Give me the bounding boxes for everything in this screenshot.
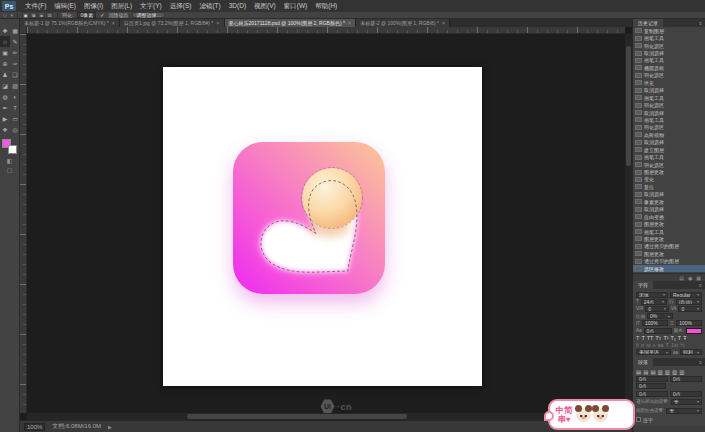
type-style-toggle[interactable]: TT <box>647 335 654 341</box>
font-family-select[interactable]: 宋体▾ <box>636 292 668 298</box>
document-tab[interactable]: 日历页1.jpg @ 73.2%(图层 1, RGB/8#) * × <box>120 19 225 27</box>
history-entry[interactable]: 变化 <box>633 176 705 183</box>
space-before-field[interactable]: 0点 <box>636 391 668 397</box>
vertical-scale-field[interactable]: 100% <box>642 320 668 326</box>
history-entry[interactable]: 画笔工具 <box>633 34 705 41</box>
canvas-workspace[interactable]: UI ·cn <box>20 27 632 420</box>
zoom-level-field[interactable]: 100% <box>24 423 45 431</box>
indent-right-field[interactable]: 0点 <box>670 376 702 382</box>
menu-item[interactable]: 选择(S) <box>166 0 196 12</box>
tool-gradient[interactable]: ▨ <box>10 80 20 91</box>
alignment-button[interactable]: ▤ <box>650 369 655 375</box>
history-action-icon-delete-state[interactable]: ▦ <box>696 275 701 281</box>
panel-menu-icon[interactable]: ≡ <box>699 19 705 27</box>
history-entry[interactable]: 取消选择 <box>633 109 705 116</box>
status-options-arrow[interactable]: ▶ <box>108 424 112 430</box>
opentype-toggle[interactable]: st <box>646 342 650 348</box>
tool-history-brush[interactable]: ❏ <box>10 69 20 80</box>
history-entry[interactable]: 画笔工具 <box>633 57 705 64</box>
menu-item[interactable]: 视图(V) <box>250 0 280 12</box>
text-color-swatch[interactable] <box>686 328 702 334</box>
selection-mode-icon[interactable]: ⧈ <box>38 12 45 18</box>
history-entry[interactable]: 羽化选区 <box>633 101 705 108</box>
history-entry[interactable]: 图层更改 <box>633 168 705 175</box>
indent-left-field[interactable]: 0点 <box>636 376 668 382</box>
selection-mode-icon[interactable]: ▣ <box>22 12 29 18</box>
close-icon[interactable]: × <box>216 20 219 26</box>
history-entry[interactable]: 复制图层 <box>633 27 705 34</box>
alignment-button[interactable]: ▥ <box>679 369 684 375</box>
history-entry[interactable]: 图层更改 <box>633 220 705 227</box>
opentype-toggle[interactable]: ᴀ <box>653 342 656 348</box>
history-entry[interactable]: 图层更改 <box>633 250 705 257</box>
history-entry[interactable]: 羽化选区 <box>633 124 705 131</box>
history-entry[interactable]: 椭圆选框 <box>633 64 705 71</box>
close-icon[interactable]: × <box>442 20 445 26</box>
history-entry[interactable]: 画笔工具 <box>633 153 705 160</box>
indent-first-line-field[interactable]: 0点 <box>636 383 666 389</box>
kinsoku-select[interactable]: 无▾ <box>671 399 702 405</box>
opentype-toggle[interactable]: aa <box>657 342 663 348</box>
menu-item[interactable]: 文字(Y) <box>136 0 166 12</box>
document-tab[interactable]: 未标题-1 @ 75.1%(RGB颜色/CMYK) * × <box>20 19 120 27</box>
history-entry[interactable]: 填充 <box>633 79 705 86</box>
selection-mode-icon[interactable]: ⧉ <box>30 12 37 18</box>
language-select[interactable]: 美国英语▾ <box>636 349 671 355</box>
type-style-toggle[interactable]: T <box>636 335 639 341</box>
menu-item[interactable]: 图层(L) <box>107 0 136 12</box>
anti-alias-select[interactable]: 锐利▾ <box>680 349 702 355</box>
lasso-tool-icon[interactable]: ◌ <box>3 12 7 18</box>
menu-item[interactable]: 滤镜(T) <box>195 0 224 12</box>
vertical-scrollbar[interactable] <box>625 34 632 413</box>
menu-item[interactable]: 窗口(W) <box>280 0 311 12</box>
proportional-spacing-select[interactable]: 0%▾ <box>647 313 673 319</box>
type-style-toggle[interactable]: Tᴛ <box>655 335 661 341</box>
tracking-select[interactable]: 0▾ <box>678 306 702 312</box>
history-entry[interactable]: 取消选择 <box>633 49 705 56</box>
history-entry[interactable]: 羽化选区 <box>633 42 705 49</box>
tool-zoom[interactable]: ◎ <box>10 124 20 135</box>
tool-blur[interactable]: ◍ <box>0 91 10 102</box>
tool-preset-arrow[interactable]: ▾ <box>11 12 14 18</box>
refine-edge-button[interactable]: 调整边缘… <box>132 12 165 18</box>
menu-item[interactable]: 编辑(E) <box>50 0 80 12</box>
alignment-button[interactable]: ▤ <box>643 369 648 375</box>
history-entry[interactable]: 高斯模糊 <box>633 131 705 138</box>
panel-menu-icon[interactable]: ≡ <box>699 281 705 289</box>
history-entry[interactable]: 图层更改 <box>633 235 705 242</box>
close-icon[interactable]: × <box>112 20 115 26</box>
tool-clone-stamp[interactable]: ♟ <box>0 69 10 80</box>
history-entry[interactable]: 通过拷贝的图层 <box>633 258 705 265</box>
tool-move[interactable]: ✚ <box>0 25 10 36</box>
tab-character[interactable]: 字符 <box>633 281 653 289</box>
tool-eraser[interactable]: ◪ <box>0 80 10 91</box>
tool-hand[interactable]: ❖ <box>0 124 10 135</box>
history-entry[interactable]: 通过拷贝的图层 <box>633 243 705 250</box>
document-tab[interactable]: 爱心娱乐20171128.psd @ 100%(图层 2, RGB颜色) * × <box>225 19 357 27</box>
quick-mask-icon[interactable]: ◧ <box>0 157 19 166</box>
history-entry[interactable]: 建立图层 <box>633 146 705 153</box>
tool-path-select[interactable]: ▶ <box>0 113 10 124</box>
type-style-toggle[interactable]: T₁ <box>671 335 676 341</box>
tool-marquee[interactable]: ▦ <box>10 25 20 36</box>
kerning-select[interactable]: 0▾ <box>645 306 669 312</box>
leading-select[interactable]: (自动)▾ <box>676 299 702 305</box>
menu-item[interactable]: 帮助(H) <box>311 0 341 12</box>
tool-brush[interactable]: ✑ <box>10 58 20 69</box>
close-icon[interactable]: × <box>348 20 351 26</box>
menu-item[interactable]: 图像(I) <box>80 0 107 12</box>
anti-alias-checkbox[interactable]: ✓ <box>100 12 104 18</box>
opentype-toggle[interactable]: fi <box>636 342 639 348</box>
baseline-shift-field[interactable]: 0点 <box>644 328 672 334</box>
space-after-field[interactable]: 0点 <box>670 391 702 397</box>
tab-paragraph[interactable]: 段落 <box>633 358 653 366</box>
history-entry[interactable]: 画笔工具 <box>633 94 705 101</box>
alignment-button[interactable]: ▥ <box>665 369 670 375</box>
opentype-toggle[interactable]: ½ <box>680 342 685 348</box>
font-size-select[interactable]: 24点▾ <box>641 299 667 305</box>
type-style-toggle[interactable]: T <box>678 335 681 341</box>
history-entry[interactable]: 羽化选区 <box>633 161 705 168</box>
horizontal-scrollbar-thumb[interactable] <box>187 414 407 419</box>
history-entry[interactable]: 画笔工具 <box>633 228 705 235</box>
hyphenate-checkbox[interactable] <box>636 417 641 422</box>
